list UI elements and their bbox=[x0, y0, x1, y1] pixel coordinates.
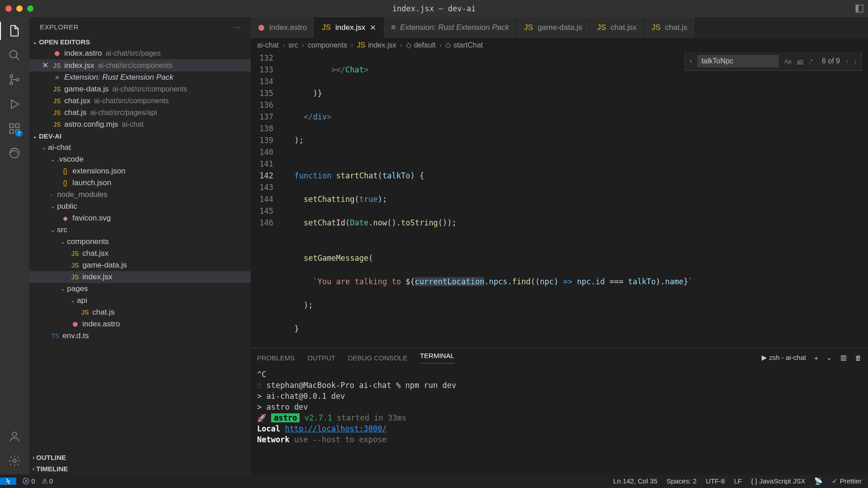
svg-line-3 bbox=[16, 57, 19, 60]
close-window-button[interactable] bbox=[5, 5, 12, 12]
svg-rect-9 bbox=[10, 129, 14, 133]
feedback-icon[interactable]: 📡 bbox=[814, 477, 823, 485]
file-name: index.astro bbox=[64, 49, 102, 58]
local-url-link[interactable]: http://localhost:3000/ bbox=[285, 424, 386, 433]
folder-item[interactable]: ⌄ai-chat bbox=[29, 142, 251, 153]
run-debug-button[interactable] bbox=[7, 97, 22, 111]
editor-tab[interactable]: JSchat.js bbox=[644, 17, 695, 38]
panel-tab-debug[interactable]: DEBUG CONSOLE bbox=[348, 354, 407, 362]
folder-item[interactable]: ›node_modules bbox=[29, 189, 251, 201]
edge-tools-button[interactable] bbox=[7, 146, 22, 160]
timeline-label: TIMELINE bbox=[36, 465, 68, 473]
open-editor-item[interactable]: JSastro.config.mjsai-chat bbox=[29, 119, 251, 130]
editor-tab[interactable]: JSgame-data.js bbox=[517, 17, 590, 38]
editor-tab[interactable]: JSindex.jsx✕ bbox=[315, 17, 384, 38]
terminal-shell-picker[interactable]: ▶ zsh - ai-chat bbox=[762, 354, 806, 362]
folder-item[interactable]: ⌄pages bbox=[29, 283, 251, 295]
crumb[interactable]: components bbox=[308, 41, 347, 49]
crumb[interactable]: src bbox=[288, 41, 298, 49]
open-editor-item[interactable]: JSgame-data.jsai-chat/src/components bbox=[29, 83, 251, 95]
settings-button[interactable] bbox=[7, 454, 22, 468]
status-errors[interactable]: ⓧ 0 bbox=[23, 477, 35, 486]
tab-label: index.jsx bbox=[335, 23, 365, 32]
remote-indicator[interactable] bbox=[0, 478, 16, 485]
editor-tab[interactable]: ⬢index.astro bbox=[251, 17, 315, 38]
panel-tab-problems[interactable]: PROBLEMS bbox=[257, 354, 295, 362]
network-label: Network bbox=[257, 435, 290, 444]
file-item[interactable]: {}launch.json bbox=[29, 177, 251, 189]
local-label: Local bbox=[257, 424, 280, 433]
explorer-view-button[interactable] bbox=[7, 24, 22, 38]
crumb[interactable]: index.jsx bbox=[368, 41, 396, 49]
line-gutter: 1321331341351361371381391401411421431441… bbox=[251, 52, 283, 348]
open-editor-item[interactable]: JSchat.jsai-chat/src/pages/api bbox=[29, 107, 251, 119]
astro-started: started in 33ms bbox=[337, 413, 406, 422]
tab-label: chat.js bbox=[665, 23, 687, 32]
open-editors-label: OPEN EDITORS bbox=[39, 38, 90, 46]
terminal-dropdown-icon[interactable]: ⌄ bbox=[826, 354, 832, 362]
accounts-button[interactable] bbox=[7, 429, 22, 444]
file-item[interactable]: ⬢index.astro bbox=[29, 318, 251, 330]
folder-item[interactable]: ⌄.vscode bbox=[29, 153, 251, 165]
layout-controls[interactable] bbox=[855, 5, 863, 13]
panel-tab-output[interactable]: OUTPUT bbox=[307, 354, 335, 362]
new-terminal-icon[interactable]: + bbox=[814, 354, 818, 362]
open-editors-section[interactable]: ⌄OPEN EDITORS bbox=[29, 36, 251, 48]
crumb[interactable]: ai-chat bbox=[257, 41, 279, 49]
file-name: chat.js bbox=[64, 108, 86, 117]
file-name: chat.jsx bbox=[64, 96, 91, 105]
kill-terminal-icon[interactable]: 🗑 bbox=[855, 354, 862, 362]
open-editor-item[interactable]: ⬢index.astroai-chat/src/pages bbox=[29, 48, 251, 59]
split-terminal-icon[interactable]: ▥ bbox=[840, 354, 847, 362]
editor-tab[interactable]: JSchat.jsx bbox=[590, 17, 644, 38]
svg-point-6 bbox=[16, 78, 19, 81]
status-warnings[interactable]: ⚠ 0 bbox=[42, 477, 53, 485]
file-item[interactable]: ◆favicon.svg bbox=[29, 212, 251, 224]
file-item[interactable]: {}extensions.json bbox=[29, 165, 251, 177]
activity-bar: 7 bbox=[0, 17, 29, 474]
outline-section[interactable]: ›OUTLINE bbox=[29, 452, 251, 463]
open-editor-item[interactable]: JSchat.jsxai-chat/src/components bbox=[29, 95, 251, 107]
file-item[interactable]: TSenv.d.ts bbox=[29, 330, 251, 342]
terminal-output[interactable]: ^C ◌ stephan@MacBook-Pro ai-chat % npm r… bbox=[251, 367, 868, 474]
breadcrumbs[interactable]: ai-chat› src› components› JS index.jsx› … bbox=[251, 38, 868, 52]
timeline-section[interactable]: ›TIMELINE bbox=[29, 463, 251, 474]
crumb[interactable]: default bbox=[414, 41, 436, 49]
indentation[interactable]: Spaces: 2 bbox=[667, 477, 697, 485]
encoding[interactable]: UTF-8 bbox=[706, 477, 725, 485]
minimize-window-button[interactable] bbox=[16, 5, 23, 12]
file-item[interactable]: JSchat.js bbox=[29, 306, 251, 318]
file-item[interactable]: JSgame-data.js bbox=[29, 259, 251, 271]
editor-tab[interactable]: ≡Extension: Rust Extension Pack bbox=[384, 17, 517, 38]
language-mode[interactable]: { } JavaScript JSX bbox=[751, 477, 805, 485]
tab-label: index.astro bbox=[269, 23, 307, 32]
extensions-button[interactable]: 7 bbox=[7, 121, 22, 136]
source-control-button[interactable] bbox=[7, 72, 22, 87]
code-content[interactable]: ></Chat> )} </div> ); function startChat… bbox=[283, 52, 868, 348]
search-view-button[interactable] bbox=[7, 48, 22, 62]
folder-item[interactable]: ⌄api bbox=[29, 295, 251, 306]
cursor-position[interactable]: Ln 142, Col 35 bbox=[613, 477, 658, 485]
open-editor-item[interactable]: ≡Extension: Rust Extension Pack bbox=[29, 72, 251, 83]
svg-point-12 bbox=[12, 432, 16, 436]
crumb[interactable]: startChat bbox=[453, 41, 483, 49]
project-section[interactable]: ⌄DEV-AI bbox=[29, 130, 251, 142]
panel-tabs: PROBLEMS OUTPUT DEBUG CONSOLE TERMINAL ▶… bbox=[251, 348, 868, 367]
code-editor[interactable]: › Aa ab .* 6 of 9 ↑ ↓ 132133134135136137… bbox=[251, 52, 868, 348]
folder-item[interactable]: ⌄components bbox=[29, 236, 251, 248]
panel-toggle-icon bbox=[855, 5, 863, 13]
eol[interactable]: LF bbox=[734, 477, 742, 485]
file-item[interactable]: JSchat.jsx bbox=[29, 248, 251, 259]
close-tab-icon[interactable]: ✕ bbox=[370, 23, 376, 33]
file-item[interactable]: JSindex.jsx bbox=[29, 271, 251, 283]
folder-item[interactable]: ⌄public bbox=[29, 201, 251, 212]
panel-tab-terminal[interactable]: TERMINAL bbox=[420, 352, 454, 364]
sidebar-more-icon[interactable]: ··· bbox=[233, 23, 242, 31]
astro-badge: astro bbox=[271, 413, 300, 422]
prettier-status[interactable]: ✓ Prettier bbox=[832, 477, 862, 485]
file-path: ai-chat/src/components bbox=[98, 62, 172, 70]
folder-item[interactable]: ⌄src bbox=[29, 224, 251, 236]
open-editor-item[interactable]: ✕JSindex.jsxai-chat/src/components bbox=[29, 59, 251, 72]
maximize-window-button[interactable] bbox=[27, 5, 33, 12]
explorer-sidebar: EXPLORER ··· ⌄OPEN EDITORS ⬢index.astroa… bbox=[29, 17, 251, 474]
